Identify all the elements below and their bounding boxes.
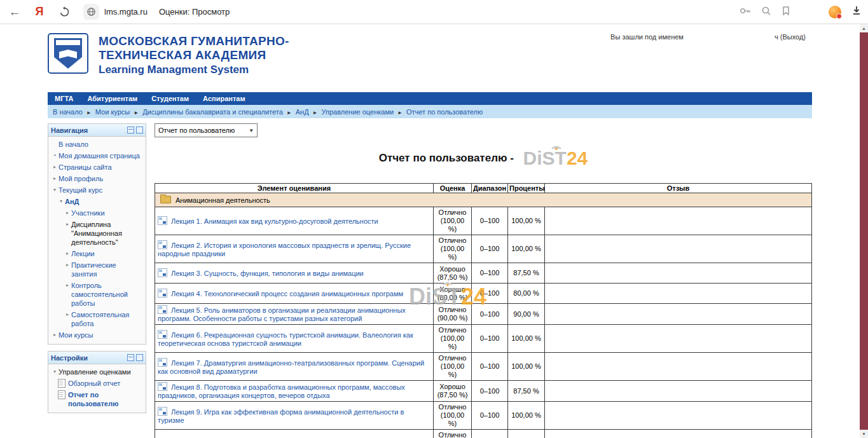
signal-arcs-icon	[550, 141, 563, 150]
range-cell: 0–100	[472, 325, 508, 353]
table-header-row: Элемент оценивания Оценка Диапазон Проце…	[155, 184, 812, 193]
grade-item-link[interactable]: Лекция 7. Драматургия анимационно-театра…	[158, 359, 424, 375]
breadcrumb-disciplines[interactable]: Дисциплины бакалавриата и специалитета	[142, 108, 283, 116]
feedback-cell	[545, 304, 812, 325]
sidebar-item-practical[interactable]: Практические занятия	[50, 259, 144, 280]
tree-expand-icon[interactable]	[64, 281, 71, 289]
site-header: МОСКОВСКАЯ ГУМАНИТАРНО- ТЕХНИЧЕСКАЯ АКАД…	[48, 29, 812, 92]
percent-cell: 100,00 %	[508, 207, 545, 235]
tree-expand-icon[interactable]	[64, 220, 71, 228]
logout-link[interactable]: (Выход)	[780, 33, 806, 41]
tree-expand-icon[interactable]	[51, 331, 59, 339]
site-title: МОСКОВСКАЯ ГУМАНИТАРНО- ТЕХНИЧЕСКАЯ АКАД…	[99, 34, 289, 78]
grade-cell: Хорошо(87,50 %)	[434, 381, 472, 402]
sidebar-item-grade-administration[interactable]: Управление оценками	[50, 366, 144, 378]
academy-name-line1: МОСКОВСКАЯ ГУМАНИТАРНО-	[99, 34, 289, 48]
percent-cell: 100,00 %	[508, 402, 545, 430]
address-bar[interactable]: lms.mgta.ru Оценки: Просмотр	[83, 4, 230, 20]
table-row: Лекция 8. Подготовка и разработка анимац…	[155, 381, 812, 402]
tree-expand-icon[interactable]	[64, 261, 71, 269]
block-dock-icon[interactable]	[136, 354, 143, 361]
scrollbar-thumb[interactable]	[860, 32, 868, 430]
login-name: ч	[775, 33, 778, 41]
navigation-block: Навигация В начало Моя домашняя с	[48, 123, 146, 345]
navigation-title: Навигация	[51, 127, 125, 134]
tree-expand-icon[interactable]	[64, 249, 71, 257]
grade-item-link[interactable]: Лекция 1. Анимация как вид культурно-дос…	[171, 217, 378, 225]
tree-expand-icon[interactable]	[51, 163, 59, 171]
grade-item-link[interactable]: Лекция 9. Игра как эффективная форма ани…	[158, 408, 404, 424]
report-page-icon	[58, 379, 65, 388]
bookmark-flag-icon[interactable]	[782, 6, 790, 18]
nav-item-aspirantam[interactable]: Аспирантам	[196, 95, 252, 102]
sidebar-item-self-work[interactable]: Самостоятельная работа	[50, 309, 144, 329]
downloads-icon[interactable]	[851, 5, 862, 18]
tree-expand-icon[interactable]	[64, 310, 71, 318]
nav-item-studentam[interactable]: Студентам	[144, 95, 196, 102]
promo-badge-icon[interactable]	[829, 6, 841, 18]
back-icon[interactable]: ←	[6, 4, 23, 20]
feedback-cell	[545, 325, 812, 353]
block-collapse-icon[interactable]	[127, 127, 134, 133]
sidebar-item-control-work[interactable]: Контроль самостоятельной работы	[50, 280, 144, 309]
yandex-browser-icon[interactable]: Я	[31, 4, 48, 20]
col-header-range: Диапазон	[472, 184, 508, 193]
grade-cell: Отлично(100,00 %)	[434, 207, 472, 235]
breadcrumb-course[interactable]: АнД	[296, 108, 309, 116]
col-header-grade: Оценка	[434, 184, 472, 193]
grade-item-link[interactable]: Лекция 4. Технологический процесс создан…	[171, 290, 403, 298]
mgta-logo	[48, 33, 88, 74]
scroll-down-icon[interactable]: ▼	[860, 430, 868, 438]
breadcrumb-my-courses[interactable]: Мои курсы	[95, 108, 130, 116]
col-header-item: Элемент оценивания	[155, 184, 434, 193]
browser-toolbar: ← Я lms.mgta.ru Оценки: Просмотр	[0, 0, 868, 24]
grade-item-link[interactable]: Лекция 5. Роль аниматоров в организации …	[158, 306, 406, 322]
reload-icon[interactable]	[56, 4, 72, 20]
block-dock-icon[interactable]	[136, 127, 143, 133]
sidebar-item-discipline[interactable]: Дисциплина "Анимационная деятельность"	[50, 219, 144, 248]
breadcrumb-grade-admin[interactable]: Управление оценками	[322, 108, 394, 116]
range-cell: 0–100	[472, 207, 508, 235]
feedback-cell	[545, 381, 812, 402]
grades-table: Элемент оценивания Оценка Диапазон Проце…	[155, 183, 812, 438]
breadcrumb-separator-icon	[86, 108, 92, 116]
tree-collapse-icon[interactable]	[51, 367, 59, 376]
search-icon[interactable]	[761, 6, 771, 18]
sidebar-item-grader-report[interactable]: Обзорный отчет	[50, 378, 144, 389]
tree-collapse-icon[interactable]	[57, 197, 65, 205]
grade-item-link[interactable]: Лекция 2. История и хронология массовых …	[158, 242, 411, 257]
grade-cell: Хорошо(87,50 %)	[434, 263, 472, 284]
feedback-cell	[545, 207, 812, 235]
grade-item-link[interactable]: Лекция 8. Подготовка и разработка анимац…	[158, 383, 405, 399]
sidebar-item-user-report[interactable]: Отчет по пользователю	[50, 389, 144, 409]
sidebar-item-home[interactable]: В начало	[50, 139, 144, 150]
scroll-up-icon[interactable]: ▲	[860, 24, 868, 32]
tree-expand-icon[interactable]	[51, 174, 59, 182]
category-row: Анимационная деятельность	[155, 193, 812, 207]
feedback-cell	[545, 353, 812, 381]
grade-cell: Отлично(100,00 %)	[434, 353, 472, 381]
sidebar-item-and-course[interactable]: АнД	[50, 196, 144, 207]
nav-item-mgta[interactable]: МГТА	[48, 95, 80, 102]
feedback-cell	[545, 263, 812, 284]
tree-collapse-icon[interactable]	[51, 186, 59, 194]
sidebar-item-my-profile[interactable]: Мой профиль	[50, 173, 144, 184]
lesson-icon	[158, 216, 167, 225]
grade-item-link[interactable]: Лекция 6. Рекреационная сущность туристс…	[158, 331, 413, 347]
url-text: lms.mgta.ru	[104, 7, 148, 17]
sidebar-item-participants[interactable]: Участники	[50, 207, 144, 219]
grade-item-link[interactable]: Лекция 3. Сущность, функция, типология и…	[171, 270, 364, 277]
sidebar-item-lectures[interactable]: Лекции	[50, 248, 144, 259]
page-scrollbar[interactable]: ▲ ▼	[860, 24, 868, 438]
sidebar-item-current-course[interactable]: Текущий курс	[50, 184, 144, 196]
password-key-icon[interactable]	[740, 6, 751, 18]
breadcrumb-home[interactable]: В начало	[53, 108, 83, 116]
block-collapse-icon[interactable]	[127, 354, 134, 361]
tree-expand-icon[interactable]	[64, 209, 71, 217]
grades-table-wrap: DiST24 Элемент оценивания Оценка Диапазо…	[155, 183, 812, 438]
nav-item-abiturientam[interactable]: Абитуриентам	[80, 95, 144, 102]
sidebar-item-site-pages[interactable]: Страницы сайта	[50, 161, 144, 173]
sidebar-item-my-courses[interactable]: Мои курсы	[50, 329, 144, 341]
sidebar-item-my-home[interactable]: Моя домашняя страница	[50, 150, 144, 161]
report-type-select[interactable]: Отчет по пользователю ▼	[155, 123, 258, 137]
